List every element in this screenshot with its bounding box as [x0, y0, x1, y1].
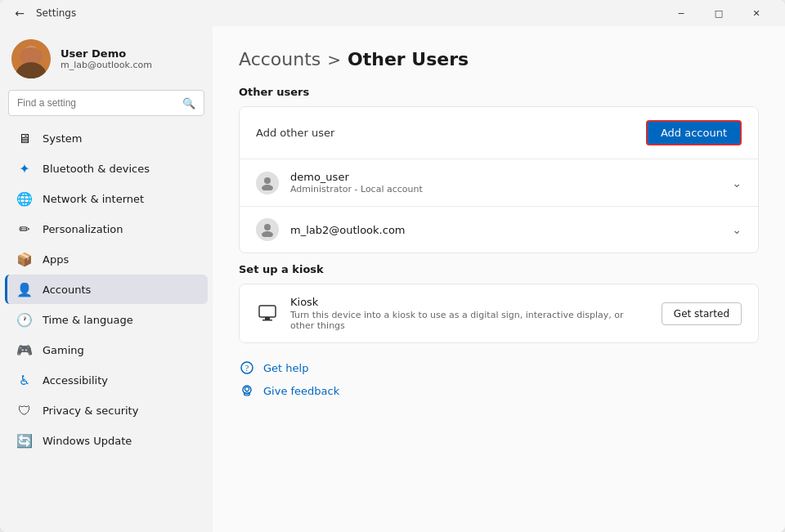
svg-point-0: [11, 39, 51, 78]
kiosk-card: Kiosk Turn this device into a kiosk to u…: [239, 284, 759, 343]
svg-point-7: [262, 231, 273, 237]
network-icon: 🌐: [16, 190, 33, 207]
svg-point-4: [264, 177, 271, 184]
svg-point-3: [18, 64, 44, 78]
give-feedback-label: Give feedback: [263, 385, 339, 397]
breadcrumb-parent[interactable]: Accounts: [239, 49, 321, 69]
user-info-lab2: m_lab2@outlook.com: [290, 224, 720, 236]
sidebar-item-update[interactable]: 🔄 Windows Update: [5, 426, 208, 455]
user-name-demo: demo_user: [290, 171, 720, 183]
search-box[interactable]: 🔍: [8, 90, 204, 116]
chevron-down-icon: ⌄: [732, 177, 742, 190]
accounts-icon: 👤: [16, 281, 33, 297]
gaming-icon: 🎮: [16, 342, 33, 358]
window-content: User Demo m_lab@outlook.com 🔍 🖥 System ✦…: [0, 26, 785, 532]
sidebar-item-bluetooth[interactable]: ✦ Bluetooth & devices: [5, 154, 208, 183]
chevron-down-icon-2: ⌄: [732, 223, 742, 236]
svg-point-1: [23, 46, 39, 62]
main-content: Accounts > Other Users Other users Add o…: [213, 26, 785, 532]
help-icon: ?: [239, 360, 255, 376]
sidebar-item-label-system: System: [43, 132, 82, 145]
close-button[interactable]: ✕: [738, 0, 775, 26]
sidebar-item-label-update: Windows Update: [43, 435, 132, 447]
svg-point-5: [262, 185, 273, 190]
sidebar-item-accessibility[interactable]: ♿ Accessibility: [5, 365, 208, 395]
sidebar-item-apps[interactable]: 📦 Apps: [5, 244, 208, 274]
sidebar-item-label-accessibility: Accessibility: [43, 374, 108, 387]
kiosk-description: Turn this device into a kiosk to use as …: [290, 310, 650, 331]
footer-links: ? Get help Give feedback: [239, 360, 759, 399]
sidebar-item-label-bluetooth: Bluetooth & devices: [43, 163, 150, 175]
maximize-button[interactable]: □: [700, 0, 738, 26]
back-button[interactable]: ←: [10, 3, 29, 23]
user-profile[interactable]: User Demo m_lab@outlook.com: [0, 26, 213, 90]
sidebar-item-label-gaming: Gaming: [43, 344, 84, 356]
other-users-section-title: Other users: [239, 86, 759, 98]
time-icon: 🕐: [16, 311, 33, 328]
svg-point-6: [264, 224, 271, 230]
personalization-icon: ✏: [16, 221, 33, 237]
breadcrumb-separator: >: [327, 50, 341, 69]
feedback-icon: [239, 382, 255, 399]
accessibility-icon: ♿: [16, 372, 33, 388]
search-input[interactable]: [17, 97, 176, 109]
settings-window: ← Settings − □ ✕ User Demo: [0, 0, 785, 532]
sidebar-item-label-accounts: Accounts: [43, 284, 91, 296]
sidebar-item-time[interactable]: 🕐 Time & language: [5, 305, 208, 334]
add-account-button[interactable]: Add account: [646, 120, 742, 145]
user-name-lab2: m_lab2@outlook.com: [290, 224, 720, 236]
svg-rect-8: [259, 306, 276, 317]
sidebar-item-label-personalization: Personalization: [43, 223, 123, 235]
svg-point-14: [245, 387, 249, 391]
sidebar-item-network[interactable]: 🌐 Network & internet: [5, 184, 208, 213]
apps-icon: 📦: [16, 251, 33, 267]
sidebar-item-label-apps: Apps: [43, 253, 69, 266]
bluetooth-icon: ✦: [16, 160, 33, 177]
user-sub-demo: Administrator - Local account: [290, 184, 720, 194]
user-icon-demo: [256, 172, 279, 194]
kiosk-section-title: Set up a kiosk: [239, 263, 759, 275]
svg-rect-10: [262, 320, 272, 321]
system-icon: 🖥: [16, 130, 33, 146]
breadcrumb: Accounts > Other Users: [239, 49, 759, 69]
user-row-demo[interactable]: demo_user Administrator - Local account …: [240, 159, 758, 206]
update-icon: 🔄: [16, 432, 33, 449]
give-feedback-link[interactable]: Give feedback: [239, 382, 759, 399]
user-row-lab2[interactable]: m_lab2@outlook.com ⌄: [240, 206, 758, 253]
sidebar-item-privacy[interactable]: 🛡 Privacy & security: [5, 396, 208, 425]
breadcrumb-current: Other Users: [348, 49, 469, 69]
window-title: Settings: [36, 7, 662, 19]
sidebar-item-accounts[interactable]: 👤 Accounts: [5, 275, 208, 304]
svg-rect-9: [265, 317, 270, 320]
sidebar-item-personalization[interactable]: ✏ Personalization: [5, 214, 208, 244]
add-other-user-label: Add other user: [256, 127, 636, 139]
kiosk-name: Kiosk: [290, 296, 650, 308]
user-email: m_lab@outlook.com: [61, 60, 201, 70]
other-users-card: Add other user Add account demo_user Adm…: [239, 106, 759, 253]
kiosk-row: Kiosk Turn this device into a kiosk to u…: [240, 284, 758, 342]
privacy-icon: 🛡: [16, 402, 33, 418]
user-info: User Demo m_lab@outlook.com: [61, 47, 201, 70]
sidebar-item-label-time: Time & language: [43, 314, 133, 326]
kiosk-icon: [256, 302, 279, 325]
kiosk-info: Kiosk Turn this device into a kiosk to u…: [290, 296, 650, 331]
get-started-button[interactable]: Get started: [662, 302, 742, 325]
sidebar-item-system[interactable]: 🖥 System: [5, 123, 208, 153]
svg-point-2: [25, 48, 37, 60]
window-controls: − □ ✕: [662, 0, 775, 26]
minimize-button[interactable]: −: [662, 0, 700, 26]
sidebar: User Demo m_lab@outlook.com 🔍 🖥 System ✦…: [0, 26, 213, 532]
user-name: User Demo: [61, 47, 201, 60]
add-user-row: Add other user Add account: [240, 107, 758, 159]
sidebar-item-label-network: Network & internet: [43, 193, 144, 205]
sidebar-item-label-privacy: Privacy & security: [43, 405, 138, 417]
sidebar-nav: 🖥 System ✦ Bluetooth & devices 🌐 Network…: [0, 123, 213, 456]
svg-text:?: ?: [245, 364, 249, 373]
get-help-link[interactable]: ? Get help: [239, 360, 759, 376]
sidebar-item-gaming[interactable]: 🎮 Gaming: [5, 335, 208, 364]
avatar: [11, 39, 51, 78]
search-icon: 🔍: [182, 97, 195, 110]
user-info-demo: demo_user Administrator - Local account: [290, 171, 720, 194]
user-icon-lab2: [256, 218, 279, 241]
titlebar: ← Settings − □ ✕: [0, 0, 785, 26]
